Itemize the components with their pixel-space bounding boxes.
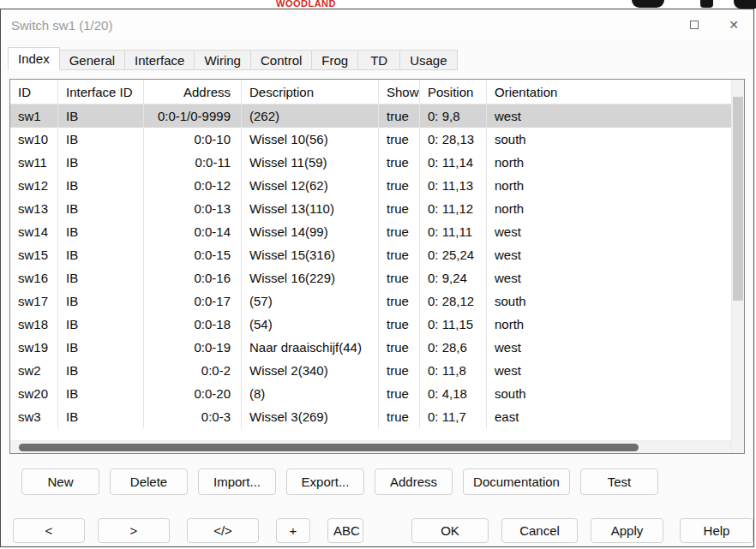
cell-id: sw12 [10, 174, 58, 197]
column-header-position[interactable]: Position [420, 80, 487, 104]
column-header-orientation[interactable]: Orientation [487, 80, 731, 104]
vertical-scrollbar-thumb[interactable] [733, 97, 743, 301]
cell-show: true [379, 174, 420, 197]
button-import[interactable]: Import... [198, 468, 276, 495]
column-header-id[interactable]: ID [10, 80, 58, 104]
tab-td[interactable]: TD [357, 50, 400, 70]
cell-address: 0:0-20 [144, 382, 242, 405]
cell-interface-id: IB [58, 128, 144, 151]
cell-interface-id: IB [58, 266, 144, 289]
button-delete[interactable]: Delete [110, 468, 188, 495]
button-apply[interactable]: Apply [591, 518, 663, 543]
cell-id: sw16 [10, 266, 58, 289]
button-documentation[interactable]: Documentation [463, 468, 570, 495]
table-row[interactable]: sw16IB0:0-16Wissel 16(229)true0: 9,24wes… [10, 266, 731, 289]
titlebar[interactable]: Switch sw1 (1/20) ✕ [1, 9, 753, 40]
cell-position: 0: 11,7 [420, 405, 487, 428]
cell-show: true [379, 128, 420, 151]
cell-address: 0:0-1/0-9999 [144, 104, 242, 128]
horizontal-scrollbar[interactable] [10, 440, 731, 453]
tab-frog[interactable]: Frog [311, 50, 358, 70]
table-row[interactable]: sw2IB0:0-2Wissel 2(340)true0: 11,8west [10, 359, 731, 382]
cell-id: sw17 [10, 289, 58, 313]
cell-orientation: west [487, 359, 731, 382]
button-test[interactable]: Test [580, 468, 658, 495]
cell-address: 0:0-18 [144, 313, 242, 336]
cell-id: sw10 [10, 128, 58, 151]
table-row[interactable]: sw11IB0:0-11Wissel 11(59)true0: 11,14nor… [10, 151, 731, 174]
button-abc[interactable]: ABC [327, 518, 363, 543]
column-header-interface-id[interactable]: Interface ID [58, 80, 144, 104]
cell-position: 0: 9,8 [420, 104, 487, 128]
tab-interface[interactable]: Interface [124, 50, 195, 70]
cell-description: Wissel 13(110) [242, 197, 379, 220]
cell-position: 0: 11,12 [420, 197, 487, 220]
cell-orientation: north [487, 174, 731, 197]
cell-id: sw13 [10, 197, 58, 220]
cell-orientation: south [487, 289, 731, 313]
cell-id: sw14 [10, 220, 58, 243]
cell-id: sw15 [10, 243, 58, 266]
cell-show: true [379, 313, 420, 336]
table-row[interactable]: sw13IB0:0-13Wissel 13(110)true0: 11,12no… [10, 197, 731, 220]
cell-show: true [379, 104, 420, 128]
cell-description: Wissel 14(99) [242, 220, 379, 243]
tab-index[interactable]: Index [8, 47, 60, 70]
scrollbar-corner [732, 440, 744, 453]
button-new[interactable]: New [21, 468, 99, 495]
table-header: IDInterface IDAddressDescriptionShowPosi… [10, 80, 731, 104]
cell-interface-id: IB [58, 359, 144, 382]
vertical-scrollbar[interactable] [731, 80, 744, 453]
cell-position: 0: 28,12 [420, 289, 487, 313]
cell-description: Wissel 3(269) [242, 405, 379, 428]
column-header-description[interactable]: Description [242, 80, 379, 104]
table-row[interactable]: sw14IB0:0-14Wissel 14(99)true0: 11,11wes… [10, 220, 731, 243]
table-row[interactable]: sw3IB0:0-3Wissel 3(269)true0: 11,7east [10, 405, 731, 428]
table-row[interactable]: sw15IB0:0-15Wissel 15(316)true0: 25,24we… [10, 243, 731, 266]
button-plus[interactable]: + [276, 518, 310, 543]
table-row[interactable]: sw20IB0:0-20(8)true0: 4,18south [10, 382, 731, 405]
tab-usage[interactable]: Usage [399, 50, 457, 70]
button-export[interactable]: Export... [286, 468, 364, 495]
tab-wiring[interactable]: Wiring [194, 50, 251, 70]
cell-address: 0:0-12 [144, 174, 242, 197]
table-row[interactable]: sw18IB0:0-18(54)true0: 11,15north [10, 313, 731, 336]
button-prev[interactable]: < [13, 518, 85, 543]
table-body[interactable]: sw1IB0:0-1/0-9999(262)true0: 9,8westsw10… [10, 104, 731, 440]
cell-address: 0:0-17 [144, 289, 242, 313]
cell-position: 0: 11,13 [420, 174, 487, 197]
background-app-strip: WOODLAND [0, 0, 756, 9]
cell-show: true [379, 243, 420, 266]
horizontal-scrollbar-thumb[interactable] [19, 444, 639, 451]
table-row[interactable]: sw17IB0:0-17(57)true0: 28,12south [10, 289, 731, 313]
cell-show: true [379, 220, 420, 243]
window-title: Switch sw1 (1/20) [1, 18, 112, 33]
button-address[interactable]: Address [375, 468, 453, 495]
cell-orientation: north [487, 151, 731, 174]
cell-description: (262) [242, 104, 379, 128]
tab-general[interactable]: General [59, 50, 125, 70]
cell-id: sw11 [10, 151, 58, 174]
close-icon: ✕ [729, 19, 739, 31]
table-main: IDInterface IDAddressDescriptionShowPosi… [10, 80, 731, 453]
column-header-address[interactable]: Address [144, 80, 242, 104]
screen: WOODLAND Switch sw1 (1/20) ✕ IndexGenera… [0, 0, 756, 549]
table-row[interactable]: sw12IB0:0-12Wissel 12(62)true0: 11,13nor… [10, 174, 731, 197]
cell-show: true [379, 197, 420, 220]
tab-control[interactable]: Control [250, 50, 312, 70]
table-row[interactable]: sw19IB0:0-19Naar draaischijf(44)true0: 2… [10, 336, 731, 359]
button-code[interactable]: </> [187, 518, 259, 543]
button-next[interactable]: > [98, 518, 170, 543]
table-row[interactable]: sw1IB0:0-1/0-9999(262)true0: 9,8west [10, 104, 731, 128]
cell-orientation: west [487, 220, 731, 243]
column-header-show[interactable]: Show [379, 80, 420, 104]
vertical-scrollbar-track[interactable] [732, 80, 744, 440]
background-artwork-shape [734, 0, 756, 9]
button-help[interactable]: Help [680, 518, 753, 543]
close-button[interactable]: ✕ [714, 9, 753, 40]
button-ok[interactable]: OK [411, 518, 489, 543]
cell-orientation: north [487, 197, 731, 220]
table-row[interactable]: sw10IB0:0-10Wissel 10(56)true0: 28,13sou… [10, 128, 731, 151]
maximize-button[interactable] [675, 9, 714, 40]
button-cancel[interactable]: Cancel [501, 518, 578, 543]
